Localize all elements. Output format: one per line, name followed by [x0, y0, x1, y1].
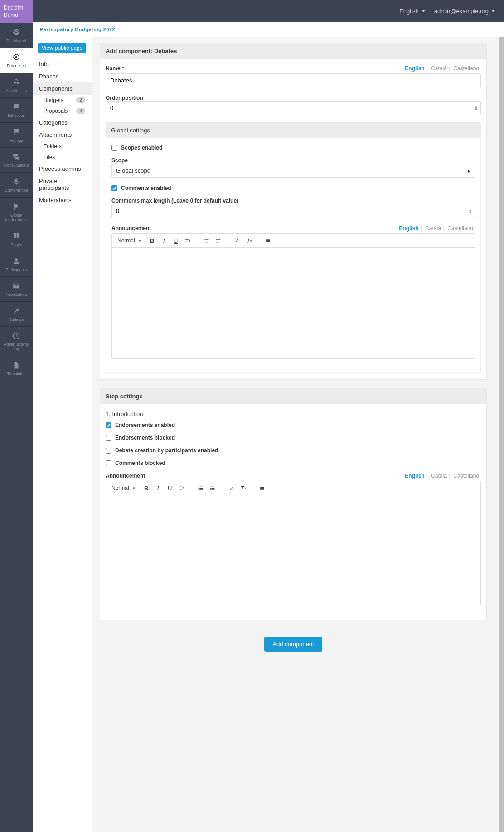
format-select[interactable]: Normal — [110, 484, 131, 492]
lang-es[interactable]: Castellano — [446, 225, 475, 232]
logo: Decidim Demo — [0, 0, 33, 23]
ordered-list-icon[interactable] — [202, 236, 212, 246]
announcement-textarea[interactable] — [112, 248, 475, 358]
user-menu[interactable]: admin@example.org — [434, 8, 495, 15]
name-label: Name * — [106, 65, 124, 72]
subnav-phases[interactable]: Phases — [33, 70, 92, 82]
underline-icon[interactable]: U — [165, 483, 175, 493]
subnav-proposals[interactable]: Proposals 3 — [33, 106, 92, 116]
subnav-files[interactable]: Files — [33, 152, 92, 163]
sub-sidebar: View public page Info Phases Components … — [33, 37, 92, 832]
scopes-enabled-row[interactable]: Scopes enabled — [111, 145, 475, 151]
italic-icon[interactable]: I — [153, 483, 163, 493]
step-announcement-textarea[interactable] — [106, 495, 480, 606]
subnav-budgets[interactable]: Budgets 2 — [33, 95, 92, 106]
nav-conferences[interactable]: Conferences — [0, 173, 33, 198]
lang-en[interactable]: English — [397, 225, 420, 232]
subnav-info[interactable]: Info — [33, 58, 92, 70]
lang-en[interactable]: English — [403, 65, 426, 72]
clear-format-icon[interactable]: Tx — [244, 236, 254, 246]
debate-creation-checkbox[interactable] — [106, 448, 111, 454]
video-icon[interactable] — [263, 236, 273, 246]
subnav-categories[interactable]: Categories — [33, 116, 92, 129]
nav-assemblies[interactable]: Assemblies — [0, 73, 33, 98]
unordered-list-icon[interactable] — [208, 483, 218, 493]
debate-creation-row[interactable]: Debate creation by participants enabled — [106, 447, 481, 454]
underline-icon[interactable]: U — [171, 236, 181, 246]
lang-en[interactable]: English — [403, 473, 426, 479]
scope-select[interactable]: Global scope — [111, 164, 475, 178]
flag-icon — [12, 202, 21, 211]
ordered-list-icon[interactable] — [196, 483, 206, 493]
scopes-enabled-checkbox[interactable] — [111, 145, 117, 151]
video-icon[interactable] — [257, 483, 267, 493]
nav-votings[interactable]: Votings — [0, 123, 33, 148]
svg-point-7 — [216, 239, 217, 240]
comments-max-label: Comments max length (Leave 0 for default… — [111, 198, 475, 204]
clear-format-icon[interactable]: Tx — [238, 483, 248, 493]
assemblies-icon — [12, 77, 21, 87]
lang-es[interactable]: Castellano — [451, 473, 481, 479]
nav-processes[interactable]: Processes — [0, 48, 33, 73]
italic-icon[interactable]: I — [159, 236, 169, 246]
svg-point-9 — [216, 242, 217, 242]
wrench-icon — [12, 306, 21, 315]
nav-dashboard[interactable]: Dashboard — [0, 23, 33, 48]
link-icon[interactable] — [233, 236, 242, 246]
comments-enabled-row[interactable]: Comments enabled — [111, 185, 475, 191]
step-announcement-label: Announcement — [106, 473, 145, 479]
global-settings-header: Global settings — [106, 122, 481, 138]
comments-max-input[interactable] — [111, 204, 475, 218]
comment-icon — [12, 127, 21, 136]
comments-enabled-checkbox[interactable] — [111, 185, 117, 191]
order-position-input[interactable] — [106, 101, 481, 115]
nav-initiatives[interactable]: Initiatives — [0, 98, 33, 123]
editor-toolbar: Normal ▾ B I U — [112, 234, 475, 248]
nav-pages[interactable]: Pages — [0, 227, 33, 252]
svg-point-3 — [14, 82, 16, 84]
lang-ca[interactable]: Català — [429, 65, 449, 72]
subnav-process-admins[interactable]: Process admins — [33, 163, 92, 175]
breadcrumb-bar: Participatory Budgeting 2022 — [33, 22, 504, 37]
nav-global-moderations[interactable]: Global moderations — [0, 198, 33, 227]
linebreak-icon[interactable] — [177, 483, 187, 493]
editor-toolbar: Normal ▾ B I U — [106, 481, 480, 495]
nav-participants[interactable]: Participants — [0, 252, 33, 277]
linebreak-icon[interactable] — [183, 236, 193, 246]
format-select[interactable]: Normal — [116, 237, 137, 245]
endorsements-enabled-row[interactable]: Endorsements enabled — [106, 422, 481, 428]
nav-consultations[interactable]: Consultations — [0, 148, 33, 173]
subnav-attachments[interactable]: Attachments — [33, 129, 92, 141]
nav-settings[interactable]: Settings — [0, 302, 33, 327]
svg-rect-10 — [266, 239, 270, 242]
lang-ca[interactable]: Català — [429, 473, 449, 479]
breadcrumb-link[interactable]: Participatory Budgeting 2022 — [40, 27, 115, 32]
bold-icon[interactable]: B — [147, 236, 157, 246]
file-icon — [12, 361, 21, 370]
endorsements-blocked-checkbox[interactable] — [106, 435, 111, 441]
microphone-icon — [12, 177, 21, 186]
add-component-button[interactable]: Add component — [264, 637, 322, 652]
nav-templates[interactable]: Templates — [0, 356, 33, 381]
scrollbar[interactable] — [499, 37, 504, 832]
bold-icon[interactable]: B — [141, 483, 151, 493]
language-menu[interactable]: English — [399, 8, 425, 15]
comments-blocked-row[interactable]: Comments blocked — [106, 460, 481, 466]
subnav-moderations[interactable]: Moderations — [33, 194, 92, 206]
view-public-page-button[interactable]: View public page — [38, 43, 86, 53]
nav-admin-activity-log[interactable]: Admin activity log — [0, 327, 33, 356]
nav-newsletters[interactable]: Newsletters — [0, 277, 33, 302]
endorsements-enabled-checkbox[interactable] — [106, 422, 111, 428]
comments-blocked-checkbox[interactable] — [106, 460, 111, 466]
name-input[interactable] — [106, 73, 481, 87]
endorsements-blocked-row[interactable]: Endorsements blocked — [106, 435, 481, 441]
link-icon[interactable] — [227, 483, 237, 493]
unordered-list-icon[interactable] — [213, 236, 223, 246]
main-sidebar: Decidim Demo Dashboard Processes Assembl… — [0, 0, 33, 832]
lang-ca[interactable]: Català — [423, 225, 443, 232]
subnav-private-participants[interactable]: Private participants — [33, 175, 92, 194]
lang-es[interactable]: Castellano — [451, 65, 481, 72]
subnav-folders[interactable]: Folders — [33, 141, 92, 152]
svg-point-4 — [17, 82, 19, 84]
subnav-components[interactable]: Components — [33, 82, 92, 95]
